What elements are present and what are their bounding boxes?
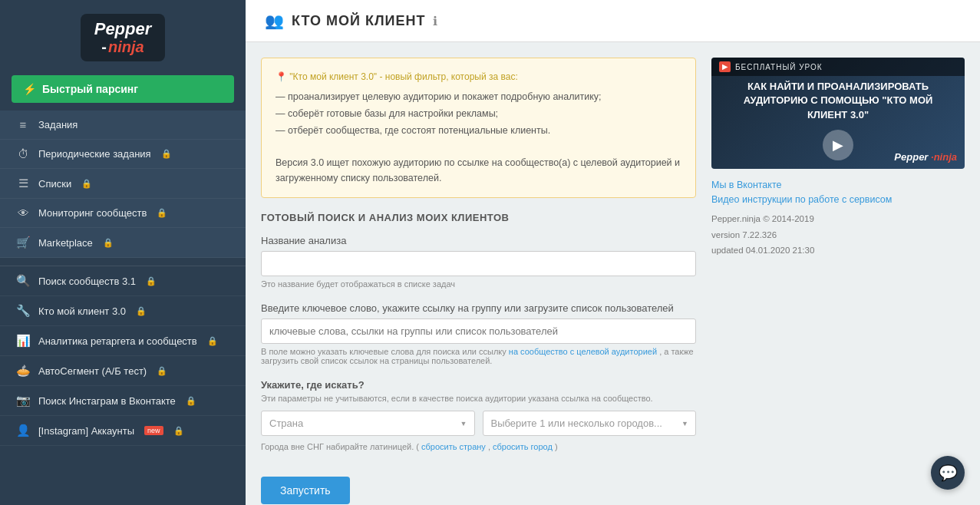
lock-icon: 🔒 [136,306,147,316]
city-select[interactable]: Выберите 1 или несколько городов... [483,411,697,436]
cities-hint: Города вне СНГ набирайте латиницей. ( сб… [261,442,696,451]
selects-row: Страна Выберите 1 или несколько городов.… [261,411,696,436]
quick-parse-label: Быстрый парсинг [42,83,138,95]
keyword-group: Введите ключевое слово, укажите ссылку н… [261,302,696,365]
insta-icon: 📷 [15,394,31,408]
info-line-1: — проанализирует целевую аудиторию и пок… [276,89,681,104]
sidebar-item-label: Задания [38,119,78,130]
main-content: 👥 КТО МОЙ КЛИЕНТ ℹ 📍 "Кто мой клиент 3.0… [246,0,980,505]
chat-icon: 💬 [939,464,958,482]
lock-icon: 🔒 [161,149,172,159]
lock-icon: 🔒 [173,426,184,436]
sidebar-item-label: [Instagram] Аккаунты [38,425,134,437]
video-thumbnail[interactable]: ▶ БЕСПЛАТНЫЙ УРОК КАК НАЙТИ И ПРОАНАЛИЗИ… [711,58,965,169]
keyword-input[interactable] [261,319,696,344]
run-button[interactable]: Запустить [261,477,350,504]
analysis-name-input[interactable] [261,251,696,276]
logo-area: Pepper - ninja [0,0,246,75]
sidebar-item-lists[interactable]: ☰ Списки 🔒 [0,169,246,199]
video-title: КАК НАЙТИ И ПРОАНАЛИЗИРОВАТЬ АУДИТОРИЮ С… [711,80,965,122]
logo-dash: - [101,38,107,55]
new-badge: new [144,426,163,435]
monitoring-icon: 👁 [15,206,31,219]
pin-icon: 📍 [276,71,287,82]
video-top-label: БЕСПЛАТНЫЙ УРОК [735,63,823,71]
info-footer: Версия 3.0 ищет похожую аудиторию по ссы… [276,155,681,186]
sidebar-item-marketplace[interactable]: 🛒 Marketplace 🔒 [0,228,246,258]
lock-icon: 🔒 [157,208,167,218]
sidebar-section-1: ≡ Задания ⏱ Периодические задания 🔒 ☰ Сп… [0,111,246,258]
page-title: КТО МОЙ КЛИЕНТ [292,13,425,29]
sidebar-item-label: Мониторинг сообществ [38,207,147,219]
sidebar-section-2: 🔍 Поиск сообществ 3.1 🔒 🔧 Кто мой клиент… [0,266,246,446]
lock-icon: 🔒 [207,336,218,346]
sidebar: Pepper - ninja ⚡ Быстрый парсинг ≡ Задан… [0,0,246,505]
sidebar-item-label: АвтоСегмент (А/Б тест) [38,365,147,377]
logo-box: Pepper - ninja [81,14,166,61]
sidebar-item-label: Marketplace [38,237,93,249]
vk-link[interactable]: Мы в Вконтакте [711,180,965,190]
search31-icon: 🔍 [15,274,31,288]
info-icon[interactable]: ℹ [433,14,437,28]
info-box-title: 📍 "Кто мой клиент 3.0" - новый фильтр, к… [276,70,681,84]
sidebar-item-monitoring[interactable]: 👁 Мониторинг сообществ 🔒 [0,199,246,228]
sidebar-item-igacc[interactable]: 👤 [Instagram] Аккаунты new 🔒 [0,416,246,446]
keyword-hint-link[interactable]: на сообщество с целевой аудиторией [509,347,657,356]
sidebar-item-periodic[interactable]: ⏱ Периодические задания 🔒 [0,140,246,169]
quick-parse-icon: ⚡ [23,83,36,95]
keyword-hint: В поле можно указать ключевые слова для … [261,347,696,365]
header-icon: 👥 [265,12,284,30]
sidebar-item-label: Периодические задания [38,148,151,160]
play-button[interactable]: ▶ [823,130,853,160]
sidebar-item-tasks[interactable]: ≡ Задания [0,111,246,140]
lock-icon: 🔒 [186,396,196,406]
reset-country-link[interactable]: сбросить страну [421,442,486,451]
sidebar-item-label: Аналитика ретаргета и сообществ [38,335,197,347]
keyword-label: Введите ключевое слово, укажите ссылку н… [261,302,696,314]
analytics-icon: 📊 [15,334,31,348]
sidebar-item-search31[interactable]: 🔍 Поиск сообществ 3.1 🔒 [0,266,246,296]
reset-city-link[interactable]: сбросить город [493,442,553,451]
quick-parse-button[interactable]: ⚡ Быстрый парсинг [12,75,234,103]
where-hint: Эти параметры не учитываются, если в кач… [261,394,696,403]
whoclient-icon: 🔧 [15,304,31,318]
igacc-icon: 👤 [15,424,31,437]
info-line-3: — отберёт сообщества, где состоят потенц… [276,123,681,138]
sidebar-item-label: Списки [38,178,71,190]
sidebar-item-autoseg[interactable]: 🥧 АвтоСегмент (А/Б тест) 🔒 [0,356,246,386]
lock-icon: 🔒 [157,366,167,376]
sidebar-item-insta[interactable]: 📷 Поиск Инстаграм в Вконтакте 🔒 [0,386,246,416]
lock-icon: 🔒 [103,238,114,248]
tasks-icon: ≡ [15,118,31,131]
autoseg-icon: 🥧 [15,364,31,378]
periodic-icon: ⏱ [15,147,31,160]
where-group: Укажите, где искать? Эти параметры не уч… [261,379,696,451]
sidebar-item-whoclient[interactable]: 🔧 Кто мой клиент 3.0 🔒 [0,296,246,326]
page-header: 👥 КТО МОЙ КЛИЕНТ ℹ [246,0,980,42]
logo-bottom: ninja [108,38,144,55]
sidebar-item-label: Поиск сообществ 3.1 [38,276,136,287]
video-instructions-link[interactable]: Видео инструкции по работе с сервисом [711,194,965,205]
sidebar-item-label: Кто мой клиент 3.0 [38,305,126,317]
right-links: Мы в Вконтакте Видео инструкции по работ… [711,180,965,259]
main-left: 📍 "Кто мой клиент 3.0" - новый фильтр, к… [261,58,696,504]
info-box: 📍 "Кто мой клиент 3.0" - новый фильтр, к… [261,58,696,198]
sidebar-item-label: Поиск Инстаграм в Вконтакте [38,395,176,407]
marketplace-icon: 🛒 [15,236,31,249]
lists-icon: ☰ [15,177,31,190]
chat-bubble[interactable]: 💬 [931,456,965,490]
where-title: Укажите, где искать? [261,379,696,391]
country-select[interactable]: Страна [261,411,475,436]
info-line-2: — соберёт готовые базы для настройки рек… [276,106,681,121]
main-right: ▶ БЕСПЛАТНЫЙ УРОК КАК НАЙТИ И ПРОАНАЛИЗИ… [711,58,965,504]
main-body: 📍 "Кто мой клиент 3.0" - новый фильтр, к… [246,42,980,505]
copyright: Pepper.ninja © 2014-2019 version 7.22.32… [711,211,965,259]
ready-section-title: ГОТОВЫЙ ПОИСК И АНАЛИЗ МОИХ КЛИЕНТОВ [261,212,696,223]
city-select-wrapper: Выберите 1 или несколько городов... [483,411,697,436]
video-top-bar: ▶ БЕСПЛАТНЫЙ УРОК [711,58,965,76]
sidebar-item-analytics[interactable]: 📊 Аналитика ретаргета и сообществ 🔒 [0,326,246,356]
logo-top: Pepper [94,20,152,38]
analysis-name-group: Название анализа Это название будет отоб… [261,235,696,289]
lock-icon: 🔒 [81,179,92,189]
video-logo-small: ▶ [719,61,731,72]
